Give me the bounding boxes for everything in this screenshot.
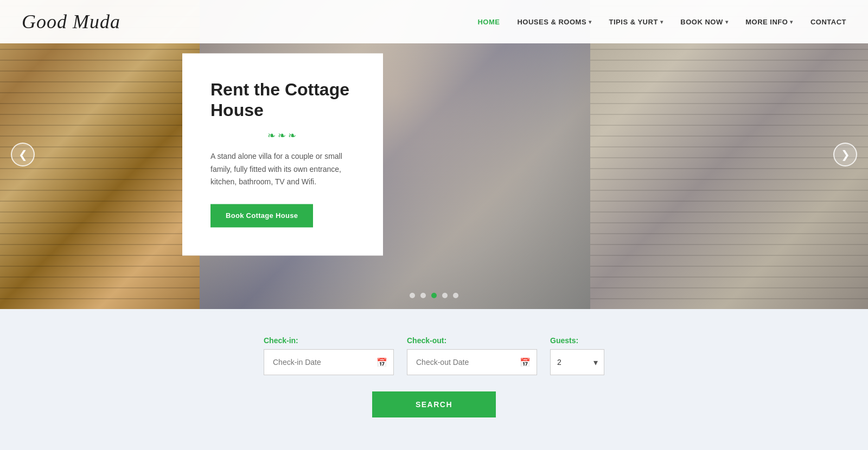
nav-label-houses: HOUSES & ROOMS (517, 18, 586, 26)
nav-item-booknow[interactable]: BOOK NOW ▾ (680, 18, 728, 26)
nav-label-moreinfo: MORE INFO (745, 18, 788, 26)
guests-label: Guests: (550, 336, 604, 345)
header: Good Muda HOME HOUSES & ROOMS ▾ TIPIS & … (0, 0, 868, 43)
logo[interactable]: Good Muda (22, 10, 120, 33)
calendar-icon: 📅 (376, 357, 387, 368)
nav: HOME HOUSES & ROOMS ▾ TIPIS & YURT ▾ BOO… (477, 18, 846, 26)
slide-dot-1[interactable] (410, 293, 415, 298)
chevron-right-icon: ❯ (841, 148, 850, 161)
guests-select-wrap: 1 2 3 4 5 6 (550, 349, 604, 375)
checkout-label: Check-out: (407, 336, 537, 345)
hero-slider: ❮ Rent the Cottage House ❧❧❧ A stand alo… (0, 0, 868, 309)
hero-bg-right (590, 0, 868, 309)
slide-dot-5[interactable] (453, 293, 458, 298)
hero-content-box: Rent the Cottage House ❧❧❧ A stand alone… (182, 53, 383, 255)
next-slide-button[interactable]: ❯ (833, 143, 857, 166)
prev-slide-button[interactable]: ❮ (11, 143, 35, 166)
nav-item-home[interactable]: HOME (477, 18, 500, 26)
booking-fields: Check-in: 📅 Check-out: 📅 Guests: 1 2 3 (264, 336, 604, 375)
divider-icon: ❧❧❧ (267, 130, 298, 142)
nav-item-moreinfo[interactable]: MORE INFO ▾ (745, 18, 793, 26)
slide-dot-4[interactable] (442, 293, 448, 298)
checkout-input-wrap: 📅 (407, 349, 537, 375)
nav-label-home: HOME (477, 18, 500, 26)
chevron-down-icon: ▾ (660, 19, 663, 25)
search-button[interactable]: SEARCH (372, 391, 496, 417)
calendar-icon: 📅 (520, 357, 531, 368)
hero-description: A stand alone villa for a couple or smal… (210, 150, 355, 189)
booking-section: Check-in: 📅 Check-out: 📅 Guests: 1 2 3 (0, 309, 868, 450)
guests-select[interactable]: 1 2 3 4 5 6 (550, 349, 604, 375)
hero-background (0, 0, 868, 309)
slider-dots (410, 293, 458, 298)
nav-item-tipis[interactable]: TIPIS & YURT ▾ (609, 18, 663, 26)
slide-dot-3[interactable] (431, 293, 437, 298)
checkout-input[interactable] (407, 349, 537, 375)
chevron-left-icon: ❮ (18, 148, 28, 161)
guests-field-group: Guests: 1 2 3 4 5 6 (550, 336, 604, 375)
checkin-label: Check-in: (264, 336, 394, 345)
chevron-down-icon: ▾ (725, 19, 729, 25)
nav-label-contact: CONTACT (810, 18, 846, 26)
checkin-input-wrap: 📅 (264, 349, 394, 375)
checkin-input[interactable] (264, 349, 394, 375)
nav-item-houses[interactable]: HOUSES & ROOMS ▾ (517, 18, 591, 26)
checkin-field-group: Check-in: 📅 (264, 336, 394, 375)
hero-title: Rent the Cottage House (210, 79, 355, 121)
chevron-down-icon: ▾ (790, 19, 793, 25)
hero-divider: ❧❧❧ (210, 130, 355, 142)
chevron-down-icon: ▾ (589, 19, 592, 25)
nav-label-tipis: TIPIS & YURT (609, 18, 658, 26)
slide-dot-2[interactable] (420, 293, 426, 298)
nav-item-contact[interactable]: CONTACT (810, 18, 846, 26)
nav-label-booknow: BOOK NOW (680, 18, 723, 26)
checkout-field-group: Check-out: 📅 (407, 336, 537, 375)
book-cottage-button[interactable]: Book Cottage House (210, 204, 313, 228)
